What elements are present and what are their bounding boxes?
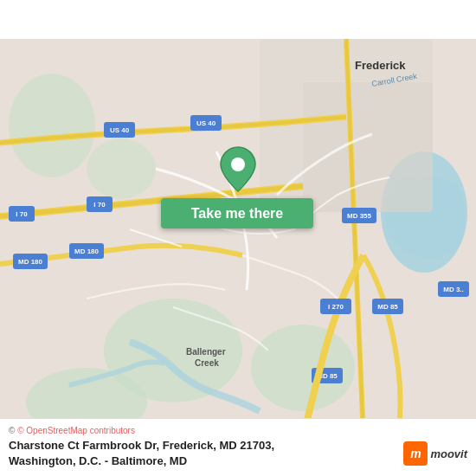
address-line1: Charstone Ct Farmbrook Dr, Frederick, MD… (9, 439, 274, 452)
svg-text:I 270: I 270 (328, 303, 344, 311)
location-pin (219, 145, 257, 193)
svg-point-4 (9, 74, 95, 177)
take-me-there-button[interactable]: Take me there (161, 198, 313, 228)
svg-text:I 70: I 70 (93, 201, 106, 209)
moovit-icon-letter: m (410, 447, 421, 460)
svg-text:MD 180: MD 180 (74, 248, 100, 255)
svg-rect-8 (303, 82, 433, 212)
svg-text:US 40: US 40 (110, 126, 130, 134)
address-text: Charstone Ct Farmbrook Dr, Frederick, MD… (9, 438, 467, 469)
svg-text:MD 3..: MD 3.. (443, 286, 464, 293)
address-line2: Washington, D.C. - Baltimore, MD (9, 454, 187, 467)
button-label: Take me there (191, 206, 283, 222)
svg-text:I 70: I 70 (16, 210, 28, 218)
bottom-bar: © © OpenStreetMap contributors Charstone… (0, 418, 476, 476)
moovit-text: moovit (430, 447, 467, 460)
svg-text:MD 180: MD 180 (18, 258, 43, 266)
svg-point-5 (87, 138, 156, 199)
moovit-icon: m (403, 441, 428, 466)
osm-link[interactable]: © OpenStreetMap contributors (17, 426, 135, 435)
svg-text:Frederick: Frederick (355, 59, 406, 72)
map-background: I 70 I 70 US 40 US 40 MD 355 MD 85 MD 85… (0, 0, 476, 476)
svg-text:MD 355: MD 355 (347, 212, 372, 220)
copyright-text: © © OpenStreetMap contributors (9, 426, 467, 435)
svg-text:MD 85: MD 85 (377, 303, 398, 311)
map-container: I 70 I 70 US 40 US 40 MD 355 MD 85 MD 85… (0, 0, 476, 476)
svg-point-39 (231, 158, 245, 171)
copyright-icon: © (9, 426, 15, 435)
moovit-logo: m moovit (403, 441, 467, 466)
svg-text:Creek: Creek (195, 358, 219, 368)
svg-text:Ballenger: Ballenger (186, 347, 226, 357)
svg-text:US 40: US 40 (196, 119, 216, 127)
